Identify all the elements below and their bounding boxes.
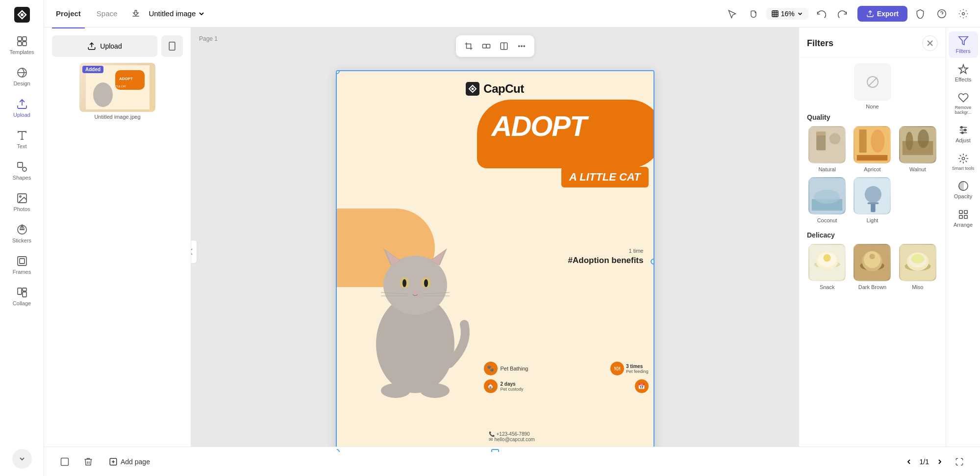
next-page-button[interactable] <box>933 455 947 469</box>
export-button[interactable]: Export <box>857 6 907 22</box>
sidebar-item-design[interactable]: Design <box>2 62 42 91</box>
redo-icon <box>838 9 848 19</box>
filter-item-apricot[interactable]: Apricot <box>852 126 892 172</box>
hand-tool-button[interactable] <box>745 5 762 23</box>
fullscreen-button[interactable] <box>951 453 968 471</box>
svg-rect-112 <box>964 211 967 213</box>
right-sidebar-arrange[interactable]: Arrange <box>949 205 978 232</box>
prev-page-button[interactable] <box>902 455 916 469</box>
svg-rect-67 <box>809 127 845 162</box>
flip-button[interactable] <box>496 38 512 54</box>
adoption-hashtag: #Adoption benefits <box>568 256 644 265</box>
none-filter-grid: None <box>807 63 938 109</box>
image-thumbnail[interactable]: ADOPT A LITTLE CAT Added <box>79 63 155 112</box>
cat-svg <box>352 207 479 403</box>
right-sidebar-remove-bg[interactable]: Remove backgr... <box>949 88 978 119</box>
sidebar-item-frames[interactable]: Frames <box>2 250 42 280</box>
undo-button[interactable] <box>812 5 830 23</box>
sidebar-item-collage[interactable]: Collage <box>2 282 42 311</box>
transform-button[interactable] <box>478 38 494 54</box>
cursor-tool-button[interactable] <box>723 5 741 23</box>
export-icon <box>866 10 874 18</box>
uploaded-image-item[interactable]: ADOPT A LITTLE CAT Added Untitled image.… <box>52 63 183 120</box>
canvas-frame[interactable]: CapCut ADOPT A LITTLE CAT <box>336 70 654 453</box>
svg-point-42 <box>521 46 522 47</box>
svg-rect-18 <box>23 288 26 291</box>
svg-point-45 <box>472 88 474 90</box>
help-button[interactable] <box>933 5 951 23</box>
svg-rect-69 <box>816 132 826 135</box>
topbar-center: Untitled image 16% <box>127 5 851 23</box>
zoom-selector[interactable]: 16% <box>766 8 808 20</box>
chevron-down-icon <box>18 455 26 463</box>
sidebar-item-templates[interactable]: Templates <box>2 30 42 60</box>
filters-close-button[interactable] <box>922 35 938 51</box>
right-sidebar-effects[interactable]: Effects <box>949 60 978 86</box>
svg-point-78 <box>918 130 929 148</box>
collapse-sidebar-button[interactable] <box>12 449 32 469</box>
filter-item-dark-brown[interactable]: Dark Brown <box>852 244 892 290</box>
upload-button[interactable]: Upload <box>52 35 157 57</box>
save-to-cloud-button[interactable] <box>127 5 145 23</box>
undo-icon <box>816 9 826 19</box>
svg-point-1 <box>21 13 24 16</box>
upload-icon <box>16 98 28 110</box>
filter-item-walnut[interactable]: Walnut <box>898 126 938 172</box>
filter-item-coconut[interactable]: Coconut <box>807 177 847 223</box>
add-page-button[interactable]: Add page <box>103 454 156 469</box>
delete-page-button[interactable] <box>79 453 97 471</box>
coconut-thumb <box>808 177 846 214</box>
crop-icon <box>464 42 473 51</box>
settings-button[interactable] <box>955 5 972 23</box>
help-icon <box>937 9 947 19</box>
more-options-button[interactable] <box>514 38 529 54</box>
document-name[interactable]: Untitled image <box>149 9 205 18</box>
sidebar-item-stickers[interactable]: Stickers <box>2 219 42 248</box>
sidebar-item-text[interactable]: Text <box>2 125 42 154</box>
redo-button[interactable] <box>834 5 852 23</box>
right-sidebar-filters[interactable]: Filters <box>949 31 978 58</box>
svg-rect-74 <box>857 155 888 160</box>
mobile-upload-button[interactable] <box>161 35 183 57</box>
svg-rect-114 <box>964 215 967 218</box>
svg-rect-86 <box>868 202 879 204</box>
adoption-items: 🐾 Pet Bathing 🍽 3 times Pet feeding 🏠 <box>484 362 649 393</box>
little-cat-banner: A LITTLE CAT <box>561 167 648 187</box>
page-settings-button[interactable] <box>56 453 74 471</box>
svg-point-43 <box>524 46 525 47</box>
tab-project[interactable]: Project <box>52 7 85 20</box>
tab-space[interactable]: Space <box>93 7 122 20</box>
sidebar-item-photos[interactable]: Photos <box>2 187 42 217</box>
canvas-footer: 📞 +123-456-7890 ✉ hello@capcut.com <box>489 431 644 442</box>
svg-point-54 <box>402 279 406 287</box>
filter-item-natural[interactable]: Natural <box>807 126 847 172</box>
app-logo[interactable] <box>12 5 32 25</box>
prev-page-icon <box>905 458 913 466</box>
handle-right-mid[interactable] <box>651 259 654 264</box>
crop-button[interactable] <box>461 38 477 54</box>
filter-item-none[interactable]: None <box>807 63 938 109</box>
right-sidebar-smart-tools[interactable]: Smart tools <box>949 149 978 175</box>
shield-button[interactable] <box>911 5 929 23</box>
svg-rect-17 <box>18 288 22 294</box>
adopt-bubble: ADOPT <box>477 100 653 168</box>
dark-brown-thumb <box>854 244 891 281</box>
hand-icon <box>749 9 758 19</box>
design-icon <box>16 67 28 79</box>
natural-thumb <box>808 126 846 163</box>
svg-point-41 <box>518 46 519 47</box>
right-sidebar-adjust[interactable]: Adjust <box>949 121 978 147</box>
right-sidebar-opacity[interactable]: Opacity <box>949 177 978 203</box>
sidebar-item-shapes[interactable]: Shapes <box>2 156 42 185</box>
chevron-down-icon <box>198 10 205 18</box>
filter-item-light[interactable]: Light <box>852 177 892 223</box>
panel-collapse-button[interactable] <box>191 240 197 264</box>
filters-title: Filters <box>807 38 833 49</box>
collage-label: Collage <box>13 300 31 306</box>
sidebar-item-upload[interactable]: Upload <box>2 93 42 123</box>
filter-item-snack[interactable]: Snack <box>807 244 847 290</box>
frame-icon <box>771 10 779 18</box>
none-icon <box>866 75 879 89</box>
left-sidebar: Templates Design Upload Text <box>0 0 44 476</box>
filter-item-miso[interactable]: Miso <box>898 244 938 290</box>
